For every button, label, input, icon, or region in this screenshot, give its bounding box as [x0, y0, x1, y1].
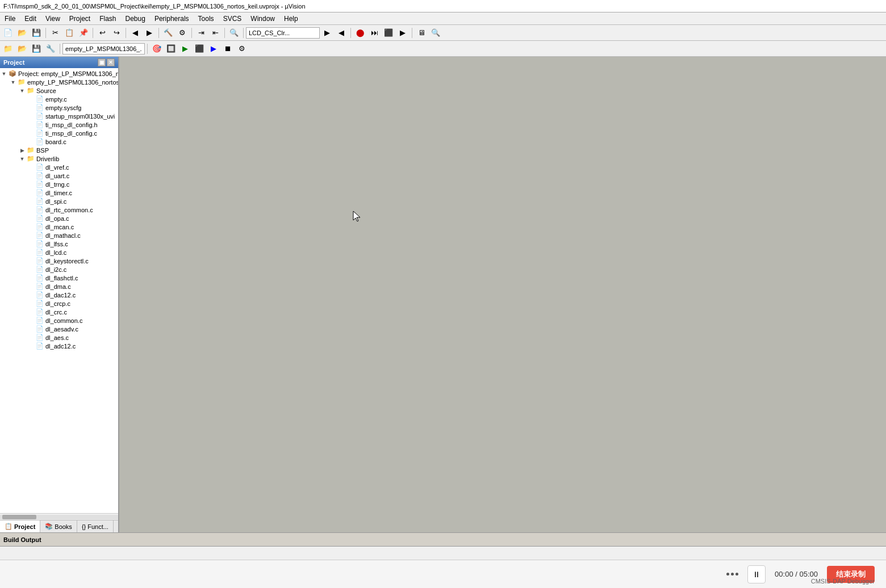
t2-opt-btn[interactable]: ⚙ — [235, 43, 249, 55]
tree-source-folder[interactable]: ▼ 📁 Source — [0, 86, 118, 95]
list-item[interactable]: 📄 dl_dma.c — [0, 282, 118, 291]
save-btn[interactable]: 💾 — [30, 27, 43, 39]
search-input[interactable] — [246, 27, 320, 39]
step-btn[interactable]: ⏭ — [367, 27, 381, 39]
t2-erase-btn[interactable]: ⬛ — [193, 43, 206, 55]
debug-btn[interactable]: ⬤ — [353, 27, 367, 39]
list-item[interactable]: 📄 board.c — [0, 137, 118, 146]
menu-item-debug[interactable]: Debug — [121, 12, 150, 24]
t2-stop-btn[interactable]: ⏹ — [221, 43, 235, 55]
project-hscroll[interactable] — [0, 513, 118, 520]
pause-button[interactable]: ⏸ — [747, 565, 766, 583]
t2-flash-btn[interactable]: ▶ — [178, 43, 192, 55]
panel-float-btn[interactable]: ▣ — [98, 58, 106, 66]
list-item[interactable]: 📄 dl_aes.c — [0, 333, 118, 342]
list-item[interactable]: 📄 dl_uart.c — [0, 171, 118, 180]
project-select[interactable] — [62, 43, 145, 54]
list-item[interactable]: 📄 empty.syscfg — [0, 103, 118, 112]
list-item[interactable]: 📄 dl_timer.c — [0, 188, 118, 197]
menu-item-project[interactable]: Project — [65, 12, 95, 24]
list-item[interactable]: 📄 dl_mcan.c — [0, 222, 118, 231]
list-item[interactable]: 📄 dl_crcp.c — [0, 299, 118, 308]
cut-btn[interactable]: ✂ — [48, 27, 62, 39]
t2-btn3[interactable]: 💾 — [30, 43, 43, 55]
menu-item-edit[interactable]: Edit — [20, 12, 41, 24]
list-item[interactable]: 📄 dl_mathacl.c — [0, 231, 118, 240]
list-item[interactable]: 📄 dl_crc.c — [0, 308, 118, 316]
bsp-arrow: ▶ — [18, 148, 26, 153]
file-label: dl_adc12.c — [44, 343, 76, 350]
tab-project[interactable]: 📋 Project — [0, 520, 40, 532]
sep-t2-1 — [60, 44, 60, 54]
list-item[interactable]: 📄 empty.c — [0, 95, 118, 103]
list-item[interactable]: 📄 dl_lcd.c — [0, 248, 118, 257]
redo-btn[interactable]: ↪ — [110, 27, 123, 39]
t2-target-btn[interactable]: 🎯 — [150, 43, 164, 55]
project-tree[interactable]: ▼ 📦 Project: empty_LP_MSPM0L1306_no ▼ 📁 … — [0, 68, 118, 513]
list-item[interactable]: 📄 dl_flashctl.c — [0, 274, 118, 282]
menu-item-peripherals[interactable]: Peripherals — [150, 12, 194, 24]
zoom-btn[interactable]: 🔍 — [429, 27, 442, 39]
menu-item-help[interactable]: Help — [279, 12, 303, 24]
list-item[interactable]: 📄 dl_keystorectl.c — [0, 257, 118, 265]
file-label: dl_aesadv.c — [44, 326, 78, 333]
panel-close-btn[interactable]: ✕ — [107, 58, 115, 66]
open-btn[interactable]: 📂 — [15, 27, 29, 39]
tree-bsp-folder[interactable]: ▶ 📁 BSP — [0, 146, 118, 154]
list-item[interactable]: 📄 dl_trng.c — [0, 180, 118, 188]
list-item[interactable]: 📄 dl_opa.c — [0, 214, 118, 222]
tab-functions[interactable]: {} Funct... — [77, 520, 114, 532]
list-item[interactable]: 📄 ti_msp_dl_config.h — [0, 120, 118, 129]
rebuild-btn[interactable]: ⚙ — [175, 27, 189, 39]
t2-chip-btn[interactable]: 🔲 — [164, 43, 178, 55]
file-icon: 📄 — [35, 163, 44, 171]
indent-btn[interactable]: ⇥ — [194, 27, 208, 39]
menu-item-svcs[interactable]: SVCS — [219, 12, 246, 24]
view-btn[interactable]: 🖥 — [415, 27, 428, 39]
menu-item-flash[interactable]: Flash — [95, 12, 120, 24]
find-btn[interactable]: 🔍 — [227, 27, 241, 39]
nav-fwd-btn[interactable]: ▶ — [143, 27, 156, 39]
menu-item-file[interactable]: File — [0, 12, 20, 24]
list-item[interactable]: 📄 dl_common.c — [0, 316, 118, 325]
sep-7 — [243, 28, 244, 38]
tree-target[interactable]: ▼ 📁 empty_LP_MSPM0L1306_nortos... — [0, 78, 118, 86]
menu-item-view[interactable]: View — [41, 12, 65, 24]
undo-btn[interactable]: ↩ — [95, 27, 109, 39]
list-item[interactable]: 📄 dl_i2c.c — [0, 265, 118, 274]
stop-btn[interactable]: ⬛ — [382, 27, 395, 39]
tree-driverlib-folder[interactable]: ▼ 📁 Driverlib — [0, 154, 118, 163]
bsp-folder-icon: 📁 — [26, 146, 35, 154]
list-item[interactable]: 📄 startup_mspm0l130x_uvi — [0, 112, 118, 120]
list-item[interactable]: 📄 dl_dac12.c — [0, 291, 118, 299]
unindent-btn[interactable]: ⇤ — [208, 27, 222, 39]
build-btn[interactable]: 🔨 — [161, 27, 175, 39]
file-label: empty.c — [44, 96, 67, 103]
copy-btn[interactable]: 📋 — [62, 27, 76, 39]
t2-btn1[interactable]: 📁 — [1, 43, 15, 55]
tab-books[interactable]: 📚 Books — [40, 520, 77, 532]
search-go-btn[interactable]: ▶ — [320, 27, 334, 39]
list-item[interactable]: 📄 dl_vref.c — [0, 163, 118, 171]
list-item[interactable]: 📄 dl_spi.c — [0, 197, 118, 205]
tree-root[interactable]: ▼ 📦 Project: empty_LP_MSPM0L1306_no — [0, 69, 118, 78]
root-icon: 📦 — [8, 70, 17, 77]
list-item[interactable]: 📄 dl_aesadv.c — [0, 325, 118, 333]
list-item[interactable]: 📄 dl_adc12.c — [0, 342, 118, 350]
menu-item-window[interactable]: Window — [246, 12, 279, 24]
build-output-bar: Build Output — [0, 532, 886, 546]
file-label: dl_dac12.c — [44, 292, 76, 299]
tab-templates[interactable]: 🌡 Temp... — [114, 520, 119, 532]
menu-item-tools[interactable]: Tools — [194, 12, 219, 24]
list-item[interactable]: 📄 dl_rtc_common.c — [0, 205, 118, 214]
list-item[interactable]: 📄 dl_lfss.c — [0, 240, 118, 248]
run-btn[interactable]: ▶ — [396, 27, 409, 39]
nav-back-btn[interactable]: ◀ — [128, 27, 142, 39]
list-item[interactable]: 📄 ti_msp_dl_config.c — [0, 129, 118, 137]
new-btn[interactable]: 📄 — [1, 27, 15, 39]
t2-btn4[interactable]: 🔧 — [44, 43, 57, 55]
paste-btn[interactable]: 📌 — [77, 27, 90, 39]
search-prev-btn[interactable]: ◀ — [335, 27, 348, 39]
t2-btn2[interactable]: 📂 — [15, 43, 29, 55]
t2-run-btn[interactable]: ▶ — [207, 43, 220, 55]
